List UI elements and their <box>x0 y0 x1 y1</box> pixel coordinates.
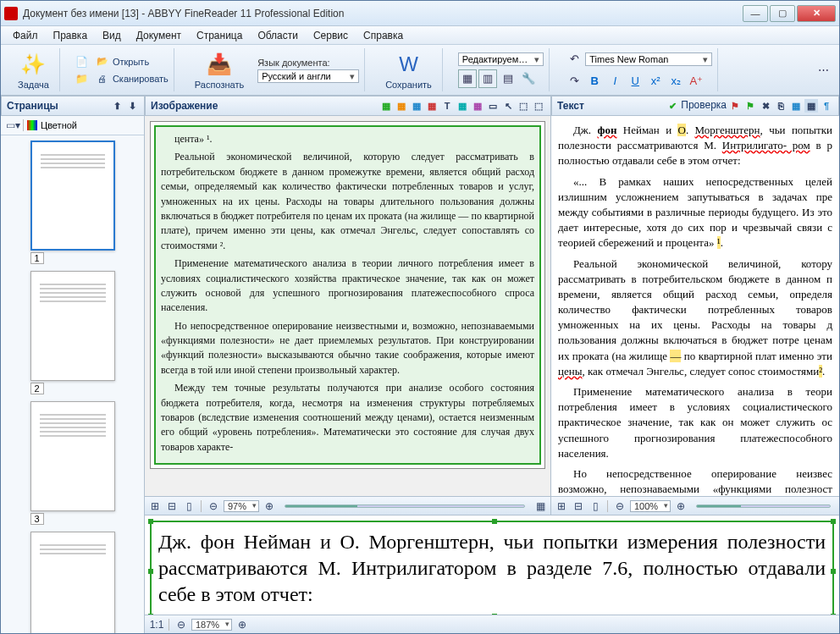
close-button[interactable] <box>797 5 836 22</box>
text-viewport[interactable]: Дж. фон Нейман и О. Моргенштерн, чьи поп… <box>551 116 839 496</box>
save-button[interactable]: W Сохранить <box>380 49 437 91</box>
minimize-button[interactable] <box>743 5 768 22</box>
font-plus-icon[interactable]: A⁺ <box>687 72 705 91</box>
image-viewport[interactable]: цента» ¹. Реальной экономической величин… <box>145 116 550 496</box>
page-mode-icon[interactable]: ▭▾ <box>6 119 19 132</box>
zoom-viewport[interactable]: Дж. фон Нейман и О. Моргенштерн, чьи поп… <box>145 515 839 615</box>
recognized-text-area[interactable]: цента» ¹. Реальной экономической величин… <box>154 125 541 465</box>
pages-panel-header: Страницы ⬆ ⬇ <box>1 96 145 116</box>
wand-icon: ✨ <box>19 51 47 78</box>
menu-page[interactable]: Страница <box>190 28 249 43</box>
zoom-out-icon[interactable]: ⊖ <box>207 499 220 513</box>
area-purple-icon[interactable]: ▦ <box>471 99 484 113</box>
area-red-icon[interactable]: ▦ <box>425 99 439 113</box>
scanner-icon: 🖨 <box>96 72 109 85</box>
zoom-in-icon[interactable]: ⊕ <box>262 499 276 513</box>
area-t-icon[interactable]: T <box>440 99 454 113</box>
menu-edit[interactable]: Правка <box>47 28 95 43</box>
color-mode-label[interactable]: Цветной <box>41 120 77 130</box>
image-zoom-value[interactable]: 97% <box>224 500 259 512</box>
copy-icon[interactable]: ⎘ <box>774 99 788 113</box>
area-green-icon[interactable]: ▦ <box>379 99 393 113</box>
main-zoom-out-icon[interactable]: ⊖ <box>174 618 188 631</box>
area-blue-icon[interactable]: ▦ <box>410 99 423 113</box>
layout3-icon[interactable]: ▤ <box>499 69 517 88</box>
titlebar: Документ без имени [13] - ABBYY FineRead… <box>1 1 839 26</box>
lang-label: Язык документа: <box>257 58 359 68</box>
recognize-icon: 📥 <box>206 51 233 78</box>
ratio-icon[interactable]: 1:1 <box>150 618 163 631</box>
bold-icon[interactable]: B <box>585 72 604 91</box>
maximize-button[interactable] <box>770 5 795 22</box>
pilcrow-icon[interactable]: ¶ <box>820 99 833 113</box>
wrench-icon[interactable]: 🔧 <box>519 69 538 88</box>
delete-icon[interactable]: ✖ <box>759 99 772 113</box>
subscript-icon[interactable]: x₂ <box>666 72 685 91</box>
new-doc-icon[interactable]: 📄 <box>75 55 89 69</box>
page-single-icon[interactable]: ▯ <box>182 499 196 513</box>
thumbnail-3[interactable]: 3 <box>30 401 115 525</box>
text-zoom-out-icon[interactable]: ⊖ <box>613 499 627 513</box>
text-zoom-value[interactable]: 100% <box>630 500 671 512</box>
open-doc-icon[interactable]: 📁 <box>75 72 89 85</box>
open-button[interactable]: 📂Открыть <box>96 55 169 69</box>
check-icon[interactable]: ✔ <box>666 99 679 113</box>
color-swatch-icon <box>27 120 37 130</box>
pointer-icon[interactable]: ↖ <box>501 99 515 113</box>
window-title: Документ без имени [13] - ABBYY FineRead… <box>23 8 741 19</box>
view1-icon[interactable]: ▦ <box>789 99 803 113</box>
image-pane: цента» ¹. Реальной экономической величин… <box>145 116 551 515</box>
layout1-icon[interactable]: ▦ <box>458 69 477 88</box>
view2-icon[interactable]: ▦ <box>804 99 818 113</box>
thumbnail-4[interactable]: 4 <box>30 532 115 633</box>
grid-overlay-icon[interactable]: ▦ <box>533 499 547 513</box>
superscript-icon[interactable]: x² <box>646 72 665 91</box>
verify-label[interactable]: Проверка <box>681 99 727 113</box>
menu-areas[interactable]: Области <box>251 28 305 43</box>
crop2-icon[interactable]: ⬚ <box>532 99 545 113</box>
page-grid-icon[interactable]: ⊞ <box>148 499 162 513</box>
select-icon[interactable]: ▭ <box>486 99 500 113</box>
menu-file[interactable]: Файл <box>6 28 45 43</box>
main-zoom-value[interactable]: 187% <box>191 619 232 631</box>
menu-document[interactable]: Документ <box>130 28 188 43</box>
menu-tools[interactable]: Сервис <box>307 28 355 43</box>
arrow-down-icon[interactable]: ⬇ <box>125 99 139 113</box>
area-cyan-icon[interactable]: ▦ <box>456 99 469 113</box>
text-zoom-slider[interactable] <box>696 504 831 508</box>
area-orange-icon[interactable]: ▦ <box>395 99 408 113</box>
image-zoom-slider[interactable] <box>285 504 525 508</box>
zoom-text-block[interactable]: Дж. фон Нейман и О. Моргенштерн, чьи поп… <box>150 521 834 615</box>
task-button[interactable]: ✨ Задача <box>13 49 54 91</box>
text-single-icon[interactable]: ▯ <box>589 499 602 513</box>
italic-icon[interactable]: I <box>605 72 624 91</box>
text-zoom-in-icon[interactable]: ⊕ <box>674 499 688 513</box>
crop1-icon[interactable]: ⬚ <box>517 99 530 113</box>
thumbnail-1[interactable]: 1 <box>30 141 115 264</box>
text-split-icon[interactable]: ⊟ <box>572 499 585 513</box>
main-zoom-in-icon[interactable]: ⊕ <box>235 618 249 631</box>
underline-icon[interactable]: U <box>626 72 644 91</box>
redo-icon[interactable]: ↷ <box>565 72 583 91</box>
more-icon[interactable]: ⋯ <box>814 61 832 80</box>
toolbar: ✨ Задача 📄 📁 📂Открыть 🖨Сканировать 📥 Рас… <box>1 45 839 96</box>
page-split-icon[interactable]: ⊟ <box>165 499 179 513</box>
lang-dropdown[interactable]: Русский и англи <box>257 69 359 83</box>
menu-help[interactable]: Справка <box>356 28 410 43</box>
flag-green-icon[interactable]: ⚑ <box>743 99 757 113</box>
undo-icon[interactable]: ↶ <box>565 50 583 69</box>
text-grid-icon[interactable]: ⊞ <box>555 499 568 513</box>
menubar: Файл Правка Вид Документ Страница Област… <box>1 26 839 45</box>
text-panel-header: Текст ✔ Проверка ⚑ ⚑ ✖ ⎘ ▦ ▦ ¶ <box>551 96 839 116</box>
thumbnails-list[interactable]: 1 2 3 4 <box>1 135 144 633</box>
mode-dropdown[interactable]: Редактируем… <box>458 52 544 66</box>
menu-view[interactable]: Вид <box>96 28 128 43</box>
recognize-button[interactable]: 📥 Распознать <box>190 49 249 91</box>
image-panel-header: Изображение ▦ ▦ ▦ ▦ T ▦ ▦ ▭ ↖ ⬚ ⬚ <box>145 96 551 116</box>
font-dropdown[interactable]: Times New Roman <box>585 52 712 66</box>
layout2-icon[interactable]: ▥ <box>478 69 497 88</box>
arrow-up-icon[interactable]: ⬆ <box>110 99 124 113</box>
scan-button[interactable]: 🖨Сканировать <box>96 72 169 85</box>
thumbnail-2[interactable]: 2 <box>30 271 115 394</box>
flag-red-icon[interactable]: ⚑ <box>728 99 742 113</box>
